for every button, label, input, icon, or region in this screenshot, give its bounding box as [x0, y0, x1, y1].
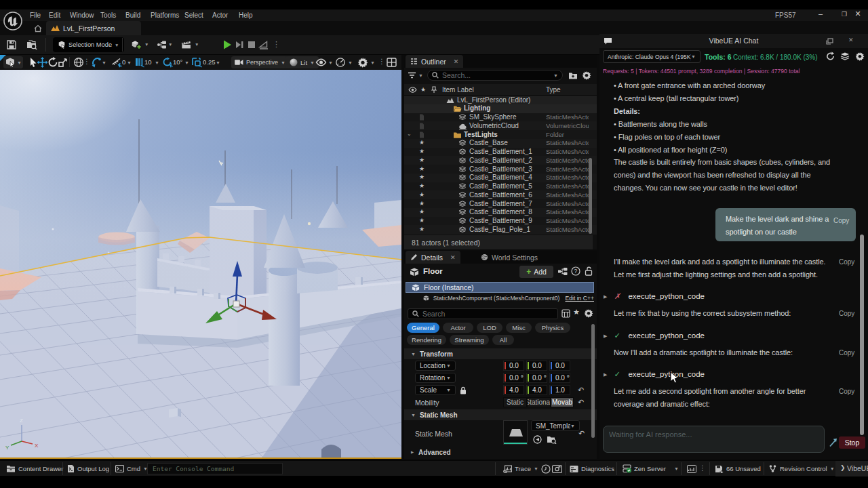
screenshot-icon[interactable]	[552, 464, 562, 474]
reset-property-icon[interactable]: ↶	[578, 429, 585, 438]
pinned-star-icon[interactable]: ★	[419, 200, 425, 207]
tab-level[interactable]: LvL_FirstPerson	[46, 21, 141, 35]
chip-rendering[interactable]: Rendering	[407, 335, 446, 345]
outliner-search[interactable]: ▼	[427, 70, 563, 81]
vibeue-tray[interactable]: ❯ VibeUE	[835, 461, 868, 476]
help-icon[interactable]: ?	[571, 266, 580, 276]
output-log-button[interactable]: Output Log	[67, 461, 109, 476]
tab-details[interactable]: Details ✕	[406, 251, 460, 264]
details-scrollbar[interactable]	[591, 324, 595, 438]
view-mode-options-icon[interactable]	[335, 57, 346, 68]
menu-help[interactable]: Help	[239, 12, 253, 19]
chat-settings-gear-icon[interactable]	[855, 52, 865, 61]
outliner-row-lighting[interactable]: Lighting	[404, 104, 597, 113]
location-dropdown[interactable]: Location▼	[415, 361, 456, 371]
tool-call-row[interactable]: ▶ ✓ execute_python_code	[604, 369, 705, 379]
menu-build[interactable]: Build	[125, 12, 140, 19]
cmd-dropdown[interactable]: Cmd ▼	[115, 461, 148, 476]
viewport-dots-icon[interactable]: ⋮	[378, 58, 385, 65]
chevron-down-icon[interactable]: ▼	[144, 42, 149, 47]
restore-panel-icon[interactable]	[826, 38, 833, 45]
menu-tools[interactable]: Tools	[100, 12, 116, 19]
reset-mobility-icon[interactable]: ↶	[578, 398, 584, 407]
outliner-row-battlement-8[interactable]: ★Castle_Battlement_8StaticMeshActo	[404, 208, 597, 217]
maximize-button[interactable]: ❐	[840, 11, 849, 18]
transform-section-header[interactable]: ▼ Transform	[404, 348, 597, 359]
pinned-star-icon[interactable]: ★	[419, 139, 425, 146]
chevron-down-icon[interactable]: ▼	[127, 60, 132, 65]
actor-snap-icon[interactable]	[111, 57, 123, 68]
chevron-down-icon[interactable]: ▼	[17, 60, 22, 65]
world-coordinate-icon[interactable]	[73, 57, 84, 68]
zen-server-dropdown[interactable]: Zen Server ▼	[623, 461, 679, 476]
copy-button[interactable]: Copy	[839, 258, 854, 266]
layers-icon[interactable]	[840, 52, 850, 60]
unpinned-icon[interactable]	[419, 123, 425, 131]
unlock-icon[interactable]	[585, 266, 593, 276]
close-button[interactable]: ✕	[853, 9, 863, 18]
chevron-down-icon[interactable]: ▼	[102, 60, 106, 65]
chat-input-field[interactable]	[609, 430, 818, 448]
eject-button[interactable]	[258, 39, 270, 51]
menu-platforms[interactable]: Platforms	[151, 12, 179, 19]
expander-icon[interactable]: ⌄	[407, 131, 412, 137]
outliner-row-battlement-1[interactable]: ★Castle_Battlement_1StaticMeshActo	[404, 148, 597, 157]
actor-snap-value[interactable]: 0	[122, 58, 125, 66]
play-button[interactable]	[221, 39, 233, 51]
chevron-down-icon[interactable]: ▼	[216, 60, 220, 65]
static-mesh-dropdown[interactable]: SM_Templat ▼	[531, 420, 580, 431]
refresh-icon[interactable]	[826, 52, 835, 61]
chip-streaming[interactable]: Streaming	[450, 335, 489, 345]
send-icon[interactable]	[829, 438, 837, 447]
copy-button[interactable]: Copy	[833, 217, 849, 224]
outliner-row-battlement-3[interactable]: ★Castle_Battlement_3StaticMeshActo	[404, 165, 597, 174]
vector-field[interactable]: 0.0	[503, 361, 524, 371]
mobility-option[interactable]: Static	[503, 397, 527, 407]
viewport-selection-mode-icon[interactable]	[5, 57, 16, 68]
outliner-row-battlement-2[interactable]: ★Castle_Battlement_2StaticMeshActo	[404, 156, 597, 165]
chevron-down-icon[interactable]: ▼	[195, 42, 199, 47]
static-mesh-section-header[interactable]: ▼ Static Mesh	[404, 409, 597, 420]
menu-file[interactable]: File	[30, 12, 41, 19]
menu-window[interactable]: Window	[70, 12, 94, 19]
pinned-star-icon[interactable]: ★	[419, 226, 425, 232]
chip-all[interactable]: All	[492, 335, 514, 345]
unpinned-icon[interactable]	[419, 131, 425, 140]
pinned-star-icon[interactable]: ★	[419, 157, 425, 163]
home-icon[interactable]	[33, 24, 43, 33]
pinned-star-icon[interactable]: ★	[419, 174, 425, 180]
chevron-down-icon[interactable]: ▼	[328, 60, 333, 65]
add-component-button[interactable]: + Add	[519, 266, 553, 278]
scale-snap-icon[interactable]	[191, 57, 203, 68]
vector-field[interactable]: 0.0 °	[503, 373, 524, 383]
use-selected-asset-icon[interactable]	[533, 435, 542, 444]
browse-to-asset-icon[interactable]	[547, 435, 557, 444]
outliner-row-testlights[interactable]: ⌄TestLightsFolder	[404, 130, 597, 139]
rotation-snap-icon[interactable]	[162, 57, 174, 68]
vector-field[interactable]: 1.0	[549, 385, 570, 395]
chat-input-box[interactable]	[603, 426, 825, 453]
show-flags-eye-icon[interactable]	[315, 57, 327, 68]
tab-outliner[interactable]: Outliner ✕	[406, 55, 463, 68]
close-icon[interactable]: ✕	[848, 37, 854, 43]
tool-call-row[interactable]: ▶ ✗ execute_python_code	[604, 291, 705, 301]
tool-call-row[interactable]: ▶ ✓ execute_python_code	[604, 331, 705, 340]
content-drawer-button[interactable]: Content Drawer	[6, 461, 64, 476]
scale-lock-icon[interactable]	[460, 386, 467, 394]
vector-field[interactable]: 0.0 °	[526, 373, 547, 383]
outliner-search-input[interactable]	[442, 71, 550, 79]
revision-control-dropdown[interactable]: Revision Control ▼	[768, 461, 835, 476]
chip-lod[interactable]: LOD	[477, 323, 502, 333]
new-folder-icon[interactable]	[568, 71, 578, 80]
pinned-star-icon[interactable]: ★	[419, 148, 425, 155]
cinematics-icon[interactable]	[180, 39, 193, 51]
stop-button[interactable]: Stop	[839, 436, 865, 449]
blueprints-icon[interactable]	[156, 39, 168, 51]
rotate-tool-icon[interactable]	[47, 57, 58, 68]
static-mesh-thumbnail[interactable]	[503, 420, 528, 445]
chevron-down-icon[interactable]: ▼	[348, 60, 353, 65]
minimize-button[interactable]: –	[816, 9, 825, 18]
tab-world-settings[interactable]: World Settings	[476, 251, 542, 264]
console-command-box[interactable]	[147, 463, 283, 474]
copy-button[interactable]: Copy	[839, 388, 854, 395]
